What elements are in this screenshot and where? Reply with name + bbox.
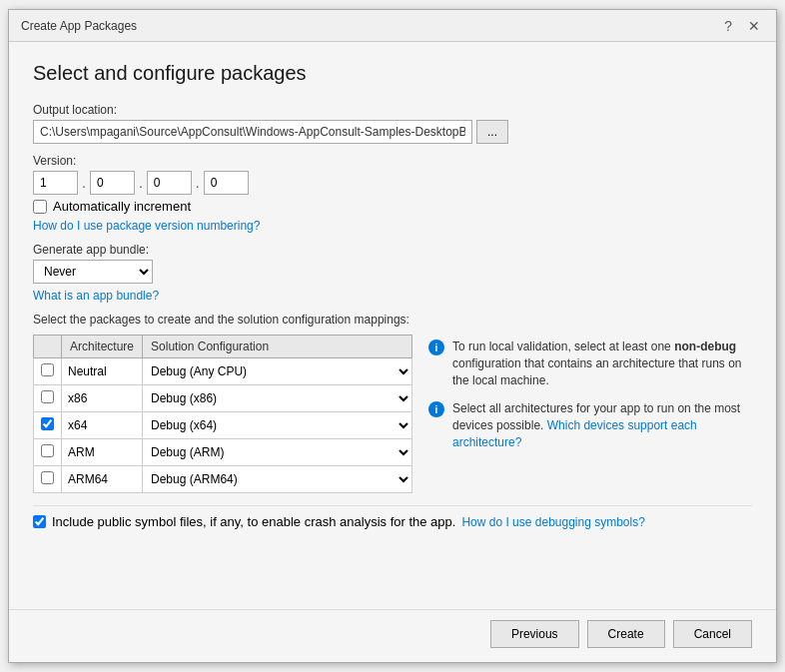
bundle-dropdown-row: Never Always If needed [33,260,752,284]
table-row: x86 Debug (Any CPU) Debug (x86) Debug (x… [34,385,412,412]
bundle-help-link[interactable]: What is an app bundle? [33,289,159,303]
bundle-label: Generate app bundle: [33,243,752,257]
version-help-link[interactable]: How do I use package version numbering? [33,219,260,233]
packages-area: Architecture Solution Configuration Neut… [33,335,752,493]
row-x64-config[interactable]: Debug (Any CPU) Debug (x86) Debug (x64) … [143,412,411,438]
output-location-group: Output location: ... [33,103,752,144]
row-arm64-config[interactable]: Debug (Any CPU) Debug (x86) Debug (x64) … [143,466,411,492]
auto-increment-label: Automatically increment [53,199,191,214]
symbol-checkbox[interactable] [33,515,46,528]
version-label: Version: [33,154,752,168]
symbol-help-link[interactable]: How do I use debugging symbols? [461,515,644,529]
bundle-group: Generate app bundle: Never Always If nee… [33,243,752,303]
row-x86-config[interactable]: Debug (Any CPU) Debug (x86) Debug (x64) … [143,385,411,411]
packages-table-container: Architecture Solution Configuration Neut… [33,335,412,493]
row-neutral-checkbox[interactable] [41,363,54,376]
version-major[interactable] [33,171,78,195]
info-icon-2: i [428,401,444,417]
row-x86-arch: x86 [62,385,143,412]
row-arm-check-cell [34,439,62,466]
version-group: Version: . . . Automatically increment H… [33,154,752,233]
row-neutral-check-cell [34,358,62,385]
row-x86-checkbox[interactable] [41,390,54,403]
auto-increment-checkbox[interactable] [33,200,47,214]
info-icon-1: i [428,339,444,355]
col-header-arch: Architecture [62,336,143,358]
bundle-dropdown[interactable]: Never Always If needed [33,260,153,284]
row-neutral-arch: Neutral [62,358,143,385]
dialog: Create App Packages ? ✕ Select and confi… [8,9,777,663]
version-build[interactable] [147,171,192,195]
auto-increment-row: Automatically increment [33,199,752,214]
table-row: x64 Debug (Any CPU) Debug (x86) Debug (x… [34,412,412,439]
version-minor[interactable] [90,171,135,195]
table-row: ARM64 Debug (Any CPU) Debug (x86) Debug … [34,466,412,493]
row-arm64-check-cell [34,466,62,493]
page-title: Select and configure packages [33,62,752,85]
row-x64-arch: x64 [62,412,143,439]
arch-help-link[interactable]: Which devices support each architecture? [452,418,697,449]
help-button[interactable]: ? [720,16,736,36]
previous-button[interactable]: Previous [490,620,579,648]
version-row: . . . [33,171,752,195]
info-panel: i To run local validation, select at lea… [428,335,752,493]
info-item-1: i To run local validation, select at lea… [428,338,752,388]
version-sep-1: . [82,175,86,191]
row-x64-check-cell [34,412,62,439]
symbol-label: Include public symbol files, if any, to … [52,514,455,529]
row-neutral-config-cell: Debug (Any CPU) Debug (x86) Debug (x64) … [143,358,412,385]
row-arm64-config-cell: Debug (Any CPU) Debug (x86) Debug (x64) … [143,466,412,493]
table-row: Neutral Debug (Any CPU) Debug (x86) Debu… [34,358,412,385]
version-revision[interactable] [204,171,249,195]
row-x86-config-cell: Debug (Any CPU) Debug (x86) Debug (x64) … [143,385,412,412]
col-header-config: Solution Configuration [143,336,412,358]
create-button[interactable]: Create [587,620,665,648]
version-sep-3: . [196,175,200,191]
row-x64-checkbox[interactable] [41,417,54,430]
row-arm64-arch: ARM64 [62,466,143,493]
info-text-1: To run local validation, select at least… [452,338,752,388]
row-x64-config-cell: Debug (Any CPU) Debug (x86) Debug (x64) … [143,412,412,439]
title-bar-buttons: ? ✕ [720,16,764,36]
packages-section-label: Select the packages to create and the so… [33,313,752,327]
output-path-input[interactable] [33,120,472,144]
col-header-checkbox [34,336,62,358]
content-area: Select and configure packages Output loc… [9,42,776,609]
table-row: ARM Debug (Any CPU) Debug (x86) Debug (x… [34,439,412,466]
packages-table: Architecture Solution Configuration Neut… [33,335,412,493]
info-text-2: Select all architectures for your app to… [452,400,752,450]
close-button[interactable]: ✕ [744,16,764,36]
row-arm-config-cell: Debug (Any CPU) Debug (x86) Debug (x64) … [143,439,412,466]
footer: Previous Create Cancel [9,609,776,662]
row-arm-config[interactable]: Debug (Any CPU) Debug (x86) Debug (x64) … [143,439,411,465]
output-row: ... [33,120,752,144]
table-header-row: Architecture Solution Configuration [34,336,412,358]
dialog-title: Create App Packages [21,19,137,33]
row-arm64-checkbox[interactable] [41,471,54,484]
cancel-button[interactable]: Cancel [673,620,752,648]
row-arm-arch: ARM [62,439,143,466]
version-sep-2: . [139,175,143,191]
browse-button[interactable]: ... [476,120,508,144]
info-item-2: i Select all architectures for your app … [428,400,752,450]
row-neutral-config[interactable]: Debug (Any CPU) Debug (x86) Debug (x64) … [143,358,411,384]
output-label: Output location: [33,103,752,117]
row-x86-check-cell [34,385,62,412]
row-arm-checkbox[interactable] [41,444,54,457]
symbol-row: Include public symbol files, if any, to … [33,505,752,537]
title-bar: Create App Packages ? ✕ [9,10,776,42]
